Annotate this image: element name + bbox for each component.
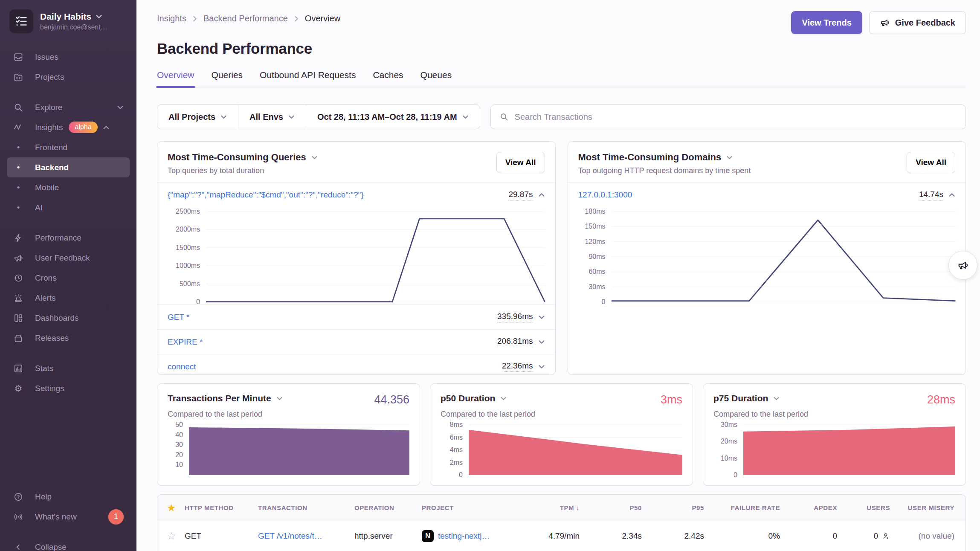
column-header-failure-rate[interactable]: FAILURE RATE [708,504,784,511]
environment-filter[interactable]: All Envs [238,105,306,129]
sidebar-item-frontend[interactable]: • Frontend [7,137,130,157]
column-header-p50[interactable]: P50 [584,504,646,511]
panel-subtitle: Top outgoing HTTP request domains by tim… [578,166,751,175]
sidebar-item-releases[interactable]: Releases [7,328,130,348]
column-header-tpm[interactable]: TPM ↓ [520,504,584,511]
sidebar-item-explore[interactable]: Explore [7,97,130,117]
tab-queries[interactable]: Queries [212,70,243,87]
chevron-up-icon [103,124,110,131]
sidebar-item-label: Frontend [35,143,67,152]
sidebar-item-backend[interactable]: • Backend [7,157,130,177]
sidebar-item-label: Crons [35,273,57,283]
feedback-fab-button[interactable] [948,251,977,280]
sidebar-item-projects[interactable]: Projects [7,67,130,87]
sidebar-item-stats[interactable]: Stats [7,358,130,378]
view-all-label: View All [916,158,946,167]
view-trends-button[interactable]: View Trends [791,11,862,34]
p50-duration-card: p50 Duration 3ms Compared to the last pe… [430,383,693,486]
bullet-icon: • [13,143,24,151]
give-feedback-button[interactable]: Give Feedback [869,11,966,34]
sidebar-item-performance[interactable]: Performance [7,228,130,248]
chevron-down-icon[interactable] [538,363,545,370]
clock-history-icon [13,273,24,283]
domain-row-expanded: 127.0.0.1:3000 14.74s [568,183,966,207]
chevron-down-icon[interactable] [500,395,507,402]
column-header-user-misery[interactable]: USER MISERY [894,504,966,511]
cell-user-misery: (no value) [894,531,966,541]
chevron-down-icon[interactable] [311,154,318,161]
bar-chart-icon [13,363,24,374]
star-toggle-icon[interactable]: ☆ [157,530,185,542]
insight-panels: Most Time-Consuming Queries Top queries … [157,141,966,375]
sidebar-item-whats-new[interactable]: What's new 1 [7,507,130,527]
date-range-filter[interactable]: Oct 28, 11:13 AM–Oct 28, 11:19 AM [306,105,480,129]
cell-operation: http.server [354,531,422,541]
sidebar-item-mobile[interactable]: • Mobile [7,177,130,197]
chevron-down-icon[interactable] [538,339,545,345]
cell-tpm: 4.79/min [520,531,584,541]
domain-link[interactable]: 127.0.0.1:3000 [578,190,632,200]
project-link[interactable]: testing-nextj… [438,531,490,541]
breadcrumb: Insights Backend Performance Overview [157,11,340,23]
sidebar-nav: Issues Projects Explore [0,47,136,398]
cell-users: 0 [841,531,894,541]
chevron-up-icon[interactable] [538,191,545,198]
chevron-right-icon [192,15,197,22]
cell-p50: 2.34s [584,531,646,541]
project-filter[interactable]: All Projects [157,105,238,129]
sidebar-collapse-button[interactable]: Collapse [7,537,130,551]
bullet-icon: • [13,203,24,212]
stat-title: p50 Duration [441,393,495,403]
archive-box-icon [13,333,24,343]
sidebar-item-insights[interactable]: Insights alpha [7,117,130,137]
query-total-time: 29.87s [508,190,533,200]
stat-cards: Transactions Per Minute 44.356 Compared … [157,383,966,486]
query-link[interactable]: {"map":"?","mapReduce":"$cmd","out":"?",… [168,190,364,200]
view-all-domains-button[interactable]: View All [907,152,955,173]
query-total-time: 22.36ms [502,361,533,372]
view-all-queries-button[interactable]: View All [496,152,545,173]
chevron-down-icon[interactable] [538,314,545,321]
chevron-down-icon [117,104,124,111]
query-link[interactable]: EXPIRE * [168,337,203,347]
megaphone-icon [13,253,24,263]
sidebar-item-label: Releases [35,334,69,343]
tab-queues[interactable]: Queues [420,70,452,87]
column-header-transaction[interactable]: TRANSACTION [258,504,354,511]
breadcrumb-insights[interactable]: Insights [157,14,186,23]
sidebar-item-issues[interactable]: Issues [7,47,130,67]
chevron-down-icon[interactable] [773,395,780,402]
sidebar-item-label: What's new [35,512,77,522]
column-header-p95[interactable]: P95 [646,504,708,511]
column-header-http-method[interactable]: HTTP METHOD [185,504,258,511]
domain-total-time: 14.74s [919,190,943,200]
stat-subtitle: Compared to the last period [441,410,682,419]
star-column-header-icon[interactable]: ★ [157,502,185,514]
chevron-down-icon[interactable] [726,154,733,161]
tab-outbound-api-requests[interactable]: Outbound API Requests [260,70,356,87]
breadcrumb-backend-performance[interactable]: Backend Performance [203,14,288,23]
query-link[interactable]: connect [168,362,196,371]
column-header-apdex[interactable]: APDEX [784,504,841,511]
search-transactions-input[interactable] [515,112,957,122]
sidebar-item-ai[interactable]: • AI [7,197,130,218]
sidebar-item-alerts[interactable]: Alerts [7,288,130,308]
view-all-label: View All [505,158,536,167]
stat-value: 44.356 [374,393,409,406]
tab-caches[interactable]: Caches [373,70,403,87]
chevron-left-icon [13,543,24,551]
cell-transaction-link[interactable]: GET /v1/notes/t… [258,531,354,541]
sidebar-item-user-feedback[interactable]: User Feedback [7,248,130,268]
chevron-up-icon[interactable] [948,191,955,198]
sidebar-item-crons[interactable]: Crons [7,268,130,288]
query-link[interactable]: GET * [168,313,189,322]
sidebar-item-help[interactable]: ? Help [7,487,130,507]
org-switcher[interactable]: Daily Habits benjamin.coe@sent… [0,0,136,38]
tab-overview[interactable]: Overview [157,70,194,87]
sidebar-item-settings[interactable]: ⚙ Settings [7,378,130,398]
column-header-users[interactable]: USERS [841,504,894,511]
column-header-operation[interactable]: OPERATION [354,504,422,511]
sidebar-item-dashboards[interactable]: Dashboards [7,308,130,328]
chevron-down-icon[interactable] [276,395,283,402]
column-header-project[interactable]: PROJECT [422,504,520,511]
